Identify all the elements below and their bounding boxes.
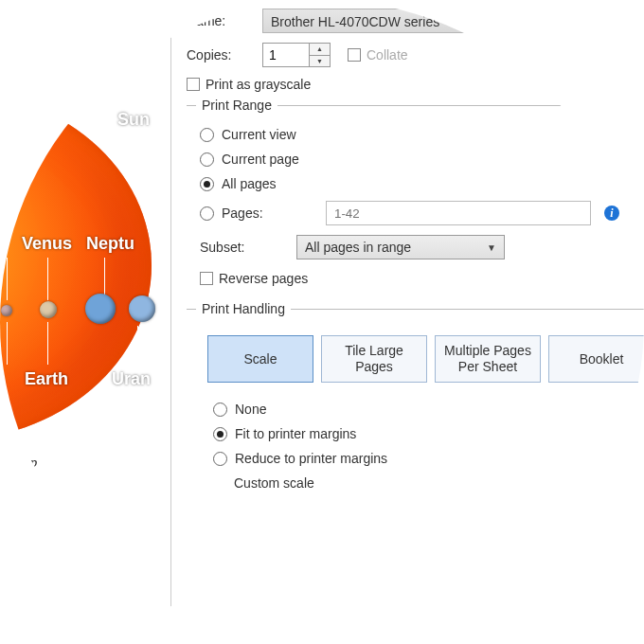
collate-checkbox[interactable] bbox=[348, 48, 361, 62]
stem bbox=[7, 322, 8, 365]
label-sun: Sun bbox=[117, 110, 150, 130]
label-mars-cut: s bbox=[0, 369, 5, 389]
figure-caption: he eight major p ts are listed i SA/JPL;… bbox=[0, 453, 66, 510]
info-icon[interactable]: i bbox=[604, 206, 619, 221]
page-code: TS bbox=[43, 540, 58, 554]
label-current-page: Current page bbox=[222, 152, 299, 167]
label-pages: Pages: bbox=[222, 206, 278, 221]
subset-label: Subset: bbox=[200, 240, 274, 255]
chevron-down-icon: ▼ bbox=[487, 242, 496, 253]
radio-current-page[interactable] bbox=[200, 152, 214, 167]
print-handling-group: Print Handling Scale Tile Large Pages Mu… bbox=[187, 301, 644, 504]
stem bbox=[137, 326, 138, 368]
radio-scale-reduce[interactable] bbox=[213, 452, 227, 466]
reverse-label: Reverse pages bbox=[219, 271, 308, 286]
radio-all-pages[interactable] bbox=[200, 177, 214, 191]
copies-label: Copies: bbox=[187, 47, 262, 63]
planet-dot bbox=[1, 305, 12, 316]
label-all-pages: All pages bbox=[222, 176, 277, 191]
printer-select[interactable]: Brother HL-4070CDW series bbox=[262, 9, 644, 33]
copies-stepper[interactable]: ▲ ▼ bbox=[262, 43, 331, 67]
radio-scale-none[interactable] bbox=[213, 402, 227, 417]
radio-current-view[interactable] bbox=[200, 128, 214, 142]
grayscale-checkbox[interactable] bbox=[187, 78, 200, 91]
label-venus: Venus bbox=[22, 234, 72, 254]
planet-dot bbox=[129, 295, 155, 322]
label-scale-fit: Fit to printer margins bbox=[235, 426, 356, 441]
print-dialog: Name: Brother HL-4070CDW series Copies: … bbox=[170, 0, 644, 644]
stem bbox=[47, 322, 48, 365]
pages-input[interactable] bbox=[326, 201, 591, 225]
label-scale-reduce: Reduce to printer margins bbox=[235, 451, 387, 466]
spin-up-icon[interactable]: ▲ bbox=[310, 44, 330, 56]
tab-scale[interactable]: Scale bbox=[207, 335, 313, 383]
label-neptune-cut: Neptu bbox=[86, 234, 134, 254]
subset-select[interactable]: All pages in range ▼ bbox=[296, 235, 505, 259]
radio-scale-fit[interactable] bbox=[213, 427, 227, 441]
name-label: Name: bbox=[187, 13, 262, 28]
document-background: Sun y Venus Neptu s Earth Uran he eight … bbox=[0, 0, 170, 644]
reverse-checkbox[interactable] bbox=[200, 272, 213, 285]
print-handling-legend: Print Handling bbox=[196, 301, 291, 316]
label-mercury-cut: y bbox=[0, 234, 8, 254]
label-uranus-cut: Uran bbox=[112, 369, 151, 389]
planet-dot bbox=[40, 301, 57, 318]
label-earth: Earth bbox=[25, 369, 68, 389]
collate-label: Collate bbox=[367, 47, 408, 63]
tab-multi[interactable]: Multiple Pages Per Sheet bbox=[435, 335, 541, 383]
label-scale-custom: Custom scale bbox=[234, 475, 314, 491]
tab-booklet[interactable]: Booklet bbox=[548, 335, 644, 383]
spin-down-icon[interactable]: ▼ bbox=[310, 56, 330, 67]
planet-dot bbox=[85, 294, 116, 324]
radio-pages[interactable] bbox=[200, 206, 214, 221]
print-range-group: Print Range Current view Current page Al… bbox=[187, 98, 644, 295]
stem bbox=[47, 258, 48, 300]
subset-value: All pages in range bbox=[305, 240, 411, 255]
label-scale-none: None bbox=[235, 402, 266, 417]
print-range-legend: Print Range bbox=[196, 98, 277, 113]
label-current-view: Current view bbox=[222, 127, 296, 142]
stem bbox=[7, 258, 8, 300]
copies-input[interactable] bbox=[263, 44, 309, 66]
tab-tile[interactable]: Tile Large Pages bbox=[321, 335, 427, 383]
grayscale-label: Print as grayscale bbox=[206, 77, 311, 92]
divider bbox=[0, 38, 57, 40]
